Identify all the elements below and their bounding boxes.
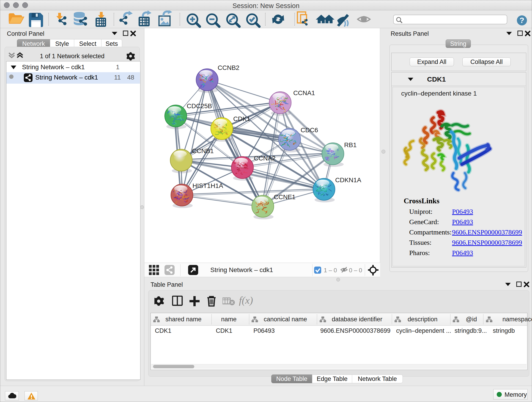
svg-text:?: ? [520, 16, 525, 25]
svg-text:CDC25B: CDC25B [187, 102, 212, 109]
svg-text:CCNE1: CCNE1 [274, 193, 296, 201]
svg-text:CCNA1: CCNA1 [293, 89, 315, 96]
svg-text:CDC6: CDC6 [301, 127, 318, 134]
svg-text:HIST1H1A: HIST1H1A [192, 182, 223, 189]
svg-text:CCNB2: CCNB2 [218, 64, 239, 71]
svg-text:CCNB1: CCNB1 [192, 147, 214, 154]
svg-text:RB1: RB1 [344, 141, 356, 148]
svg-text:CCNA2: CCNA2 [254, 155, 276, 162]
svg-text:CDKN1A: CDKN1A [335, 177, 361, 184]
svg-text:CDK1: CDK1 [233, 115, 250, 122]
